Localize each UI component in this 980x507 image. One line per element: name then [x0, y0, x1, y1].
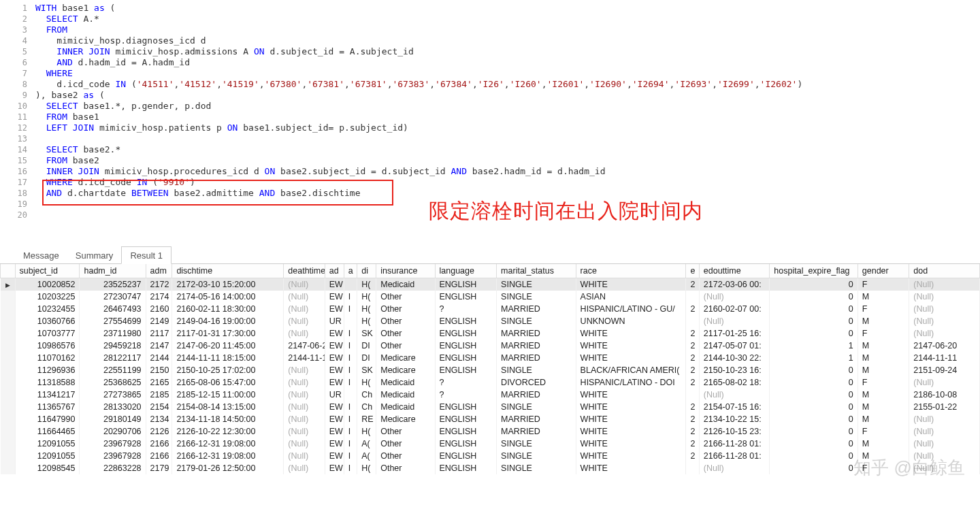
cell[interactable]: ENGLISH — [435, 291, 497, 303]
cell[interactable]: I — [344, 352, 357, 364]
cell[interactable]: WHITE — [576, 278, 686, 291]
cell[interactable]: 29459218 — [80, 340, 146, 352]
table-row[interactable]: 112969362255119921502150-10-25 17:02:00(… — [1, 364, 980, 376]
cell[interactable]: 2166-11-28 01: — [699, 438, 770, 450]
cell[interactable]: 2160-02-11 18:30:00 — [172, 303, 284, 315]
cell[interactable]: ? — [435, 376, 497, 389]
row-header[interactable] — [1, 364, 16, 376]
cell[interactable]: M — [858, 340, 909, 352]
tab-result-1[interactable]: Result 1 — [121, 246, 172, 264]
cell[interactable]: 11070162 — [15, 352, 80, 364]
cell[interactable]: (Null) — [699, 315, 770, 327]
cell[interactable]: 2185-12-15 11:00:00 — [172, 389, 284, 401]
cell[interactable]: 0 — [770, 413, 858, 425]
code-line[interactable]: d.icd_code IN ('41511','41512','41519','… — [35, 79, 802, 90]
cell[interactable]: SINGLE — [497, 450, 576, 462]
cell[interactable]: 0 — [770, 425, 858, 438]
cell[interactable]: 2150-10-25 17:02:00 — [172, 364, 284, 376]
cell[interactable]: 2 — [686, 278, 699, 291]
cell[interactable]: Medicaid — [376, 389, 435, 401]
cell[interactable]: 11296936 — [15, 364, 80, 376]
code-line[interactable]: WHERE d.icd_code IN ('9910') — [35, 177, 195, 188]
cell[interactable]: M — [858, 389, 909, 401]
cell[interactable]: 2147-06-20 — [909, 340, 980, 352]
cell[interactable]: EW — [325, 327, 344, 340]
cell[interactable]: EW — [325, 450, 344, 462]
cell[interactable]: (Null) — [909, 376, 980, 389]
cell[interactable]: ENGLISH — [435, 315, 497, 327]
cell[interactable]: 10020852 — [15, 278, 80, 291]
cell[interactable]: H( — [357, 425, 376, 438]
cell[interactable]: (Null) — [909, 425, 980, 438]
cell[interactable]: 2150-10-23 16: — [699, 364, 770, 376]
cell[interactable]: 0 — [770, 462, 858, 474]
cell[interactable]: 2166-11-28 01: — [699, 450, 770, 462]
cell[interactable]: 10703777 — [15, 327, 80, 340]
cell[interactable]: 0 — [770, 278, 858, 291]
cell[interactable]: 2144-11-11 — [909, 352, 980, 364]
column-header[interactable]: insurance — [376, 264, 435, 278]
cell[interactable]: UR — [325, 315, 344, 327]
cell[interactable]: Other — [376, 340, 435, 352]
cell[interactable]: (Null) — [909, 315, 980, 327]
column-header[interactable]: hospital_expire_flag — [770, 264, 858, 278]
cell[interactable]: EW — [325, 462, 344, 474]
cell[interactable]: 2166-12-31 19:08:00 — [172, 450, 284, 462]
code-line[interactable]: WHERE — [35, 68, 73, 79]
cell[interactable]: 11318588 — [15, 376, 80, 389]
cell[interactable]: Other — [376, 303, 435, 315]
cell[interactable]: I — [344, 462, 357, 474]
column-header[interactable]: race — [576, 264, 686, 278]
cell[interactable]: 23967928 — [80, 450, 146, 462]
cell[interactable]: 0 — [770, 450, 858, 462]
cell[interactable]: 11664465 — [15, 425, 80, 438]
cell[interactable]: EW — [325, 303, 344, 315]
cell[interactable]: Other — [376, 425, 435, 438]
cell[interactable]: 2165-08-06 15:47:00 — [172, 376, 284, 389]
cell[interactable]: EW — [325, 352, 344, 364]
cell[interactable]: 2 — [686, 401, 699, 413]
cell[interactable]: ASIAN — [576, 291, 686, 303]
cell[interactable]: 2166 — [146, 450, 172, 462]
cell[interactable]: ENGLISH — [435, 401, 497, 413]
cell[interactable]: 0 — [770, 389, 858, 401]
cell[interactable]: DI — [357, 352, 376, 364]
cell[interactable]: I — [344, 303, 357, 315]
cell[interactable]: A( — [357, 450, 376, 462]
cell[interactable]: I — [344, 438, 357, 450]
column-header[interactable]: edouttime — [699, 264, 770, 278]
cell[interactable]: 2 — [686, 425, 699, 438]
tab-message[interactable]: Message — [15, 247, 67, 263]
cell[interactable]: (Null) — [284, 462, 325, 474]
cell[interactable]: ENGLISH — [435, 450, 497, 462]
cell[interactable]: 2166-12-31 19:08:00 — [172, 438, 284, 450]
row-header[interactable] — [1, 401, 16, 413]
cell[interactable]: 2185 — [146, 389, 172, 401]
cell[interactable]: (Null) — [284, 413, 325, 425]
cell[interactable]: Other — [376, 450, 435, 462]
cell[interactable]: 2165 — [146, 376, 172, 389]
cell[interactable]: ENGLISH — [435, 278, 497, 291]
cell[interactable]: WHITE — [576, 340, 686, 352]
cell[interactable]: M — [858, 413, 909, 425]
cell[interactable]: Other — [376, 315, 435, 327]
cell[interactable]: 2154-08-14 13:15:00 — [172, 401, 284, 413]
cell[interactable]: (Null) — [284, 425, 325, 438]
cell[interactable]: 2166 — [146, 438, 172, 450]
cell[interactable]: (Null) — [699, 291, 770, 303]
cell[interactable]: SINGLE — [497, 291, 576, 303]
cell[interactable]: MARRIED — [497, 425, 576, 438]
cell[interactable]: I — [344, 376, 357, 389]
cell[interactable]: (Null) — [699, 389, 770, 401]
column-header[interactable]: deathtime — [284, 264, 325, 278]
table-row[interactable]: 107037772371198021172117-01-31 17:30:00(… — [1, 327, 980, 340]
row-header[interactable] — [1, 291, 16, 303]
cell[interactable]: ENGLISH — [435, 413, 497, 425]
cell[interactable]: WHITE — [576, 352, 686, 364]
cell[interactable]: 2 — [686, 352, 699, 364]
cell[interactable]: H( — [357, 278, 376, 291]
cell[interactable]: ENGLISH — [435, 352, 497, 364]
cell[interactable]: WHITE — [576, 425, 686, 438]
cell[interactable]: F — [858, 462, 909, 474]
cell[interactable]: (Null) — [284, 278, 325, 291]
